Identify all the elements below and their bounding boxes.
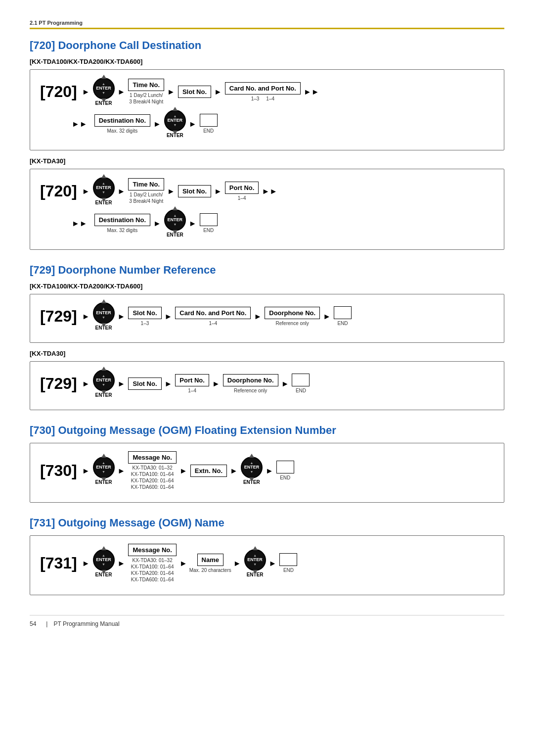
col-729-num-2: [729] [40, 375, 80, 393]
enter-button-9[interactable]: ▲ENTER▼ [93, 549, 115, 571]
diagram-720-1: [720] ► ▲ENTER▼ ENTER ► Time No. 1 Day/2… [30, 69, 504, 150]
arrow24: ► [118, 467, 126, 475]
num-720-2: [720] [40, 182, 77, 200]
footer-text: PT Programming Manual [53, 620, 119, 627]
arrow30: ► [179, 559, 187, 568]
col-end-6: END [278, 553, 298, 573]
enter-button-4[interactable]: ▲ENTER▼ [164, 209, 186, 231]
end-label-6: END [283, 567, 294, 573]
end-box-2 [200, 213, 218, 226]
end-box-3 [334, 306, 352, 319]
col-enter-5: ▲ENTER▼ ENTER [92, 302, 116, 331]
col-enter-1: ▲ENTER▼ ENTER [92, 78, 116, 106]
enter-button-10[interactable]: ▲ENTER▼ [244, 549, 266, 571]
card-port-sub-2: 1–4 [209, 320, 218, 327]
diagram-729-2: [729] ► ▲ENTER▼ ENTER ► Slot No. ► Port … [30, 361, 504, 410]
dest-no-box-1: Destination No. [94, 114, 150, 127]
extn-no-box: Extn. No. [190, 465, 227, 477]
num-729-2: [729] [40, 375, 77, 393]
arrow13: ► [82, 312, 90, 321]
enter-button-7[interactable]: ▲ENTER▼ [93, 457, 115, 478]
model-label-720-1: [KX-TDA100/KX-TDA200/KX-TDA600] [30, 58, 504, 65]
col-end-4: END [291, 374, 311, 394]
section-720: [720] Doorphone Call Destination [KX-TDA… [30, 39, 504, 250]
num-720: [720] [40, 83, 77, 101]
num-729: [729] [40, 307, 77, 326]
diagram-729-1-row1: [729] ► ▲ENTER▼ ENTER ► Slot No. 1–3 ► C… [40, 302, 494, 331]
arrow17: ► [323, 312, 331, 321]
col-enter-8: ▲ENTER▼ ENTER [240, 457, 264, 485]
end-box-5 [276, 461, 294, 473]
col-enter-6: ▲ENTER▼ ENTER [92, 370, 116, 398]
col-enter-4: ▲ENTER▼ ENTER [163, 209, 187, 237]
section-731-title: [731] Outgoing Message (OGM) Name [30, 517, 504, 529]
col-end-1: END [199, 114, 219, 134]
arrow27: ► [266, 467, 273, 475]
port-no-sub-2: 1–4 [188, 387, 196, 394]
col-end-2: END [199, 213, 219, 234]
dest-no-sub-2: Max. 32 digits [107, 227, 137, 234]
page: 2.1 PT Programming [720] Doorphone Call … [0, 0, 534, 756]
model-label-729-1: [KX-TDA100/KX-TDA200/KX-TDA600] [30, 283, 504, 290]
slot-no-box-1: Slot No. [178, 86, 211, 98]
arrow12: ► [189, 219, 197, 228]
end-label-1: END [203, 128, 214, 134]
arrow31: ► [233, 559, 241, 568]
time-no-box-2: Time No. [128, 178, 164, 190]
col-time-no-2: Time No. 1 Day/2 Lunch/3 Break/4 Night [127, 178, 165, 204]
enter-button-1[interactable]: ▲ENTER▼ [93, 78, 115, 99]
time-no-sub-2: 1 Day/2 Lunch/3 Break/4 Night [129, 191, 163, 204]
message-no-box-2: Message No. [128, 544, 176, 556]
col-port-no-1: Port No. 1–4 [224, 182, 260, 201]
arrow19: ► [118, 379, 126, 388]
port-no-box-1: Port No. [225, 182, 259, 194]
arrow9: ► [167, 187, 175, 196]
footer-page: 54 [30, 620, 36, 627]
enter-button-8[interactable]: ▲ENTER▼ [241, 457, 263, 478]
section-729-title: [729] Doorphone Number Reference [30, 264, 504, 277]
time-no-sub: 1 Day/2 Lunch/3 Break/4 Night [129, 92, 163, 105]
dest-no-box-2: Destination No. [94, 214, 150, 226]
model-label-720-2: [KX-TDA30] [30, 157, 504, 165]
diagram-730: [730] ► ▲ENTER▼ ENTER ► Message No. KX-T… [30, 443, 504, 503]
message-no-box-1: Message No. [128, 451, 176, 464]
section-729: [729] Doorphone Number Reference [KX-TDA… [30, 264, 504, 410]
arrow11: ► [153, 219, 161, 228]
section-730-title: [730] Outgoing Message (OGM) Floating Ex… [30, 424, 504, 437]
arrow22: ► [281, 379, 289, 388]
col-message-no-1: Message No. KX-TDA30: 01–32KX-TDA100: 01… [127, 451, 177, 490]
section-731: [731] Outgoing Message (OGM) Name [731] … [30, 517, 504, 595]
col-name: Name Max. 20 characters [189, 554, 231, 573]
diagram-729-2-row1: [729] ► ▲ENTER▼ ENTER ► Slot No. ► Port … [40, 370, 494, 398]
dest-no-sub-1: Max. 32 digits [107, 128, 137, 134]
diagram-731: [731] ► ▲ENTER▼ ENTER ► Message No. KX-T… [30, 535, 504, 595]
col-slot-no-4: Slot No. [127, 378, 162, 390]
col-enter-2: ▲ENTER▼ ENTER [163, 110, 187, 138]
col-time-no: Time No. 1 Day/2 Lunch/3 Break/4 Night [127, 79, 165, 105]
double-arrow-4: ►► [72, 219, 88, 228]
enter-button-6[interactable]: ▲ENTER▼ [93, 370, 115, 391]
arrow7: ► [82, 187, 90, 196]
arrow18: ► [82, 379, 90, 388]
doorphone-no-sub-2: Reference only [234, 387, 267, 394]
col-message-no-2: Message No. KX-TDA30: 01–32KX-TDA100: 01… [127, 544, 177, 583]
port-no-sub-1: 1–4 [238, 195, 246, 201]
enter-button-3[interactable]: ▲ENTER▼ [93, 177, 115, 199]
footer: 54 | PT Programming Manual [30, 615, 504, 627]
col-dest-no-2: Destination No. Max. 32 digits [93, 214, 151, 234]
diagram-729-1: [729] ► ▲ENTER▼ ENTER ► Slot No. 1–3 ► C… [30, 294, 504, 343]
section-header: 2.1 PT Programming [30, 20, 504, 29]
doorphone-no-sub-1: Reference only [276, 320, 309, 327]
col-doorphone-no-2: Doorphone No. Reference only [222, 374, 279, 394]
diagram-720-2: [720] ► ▲ENTER▼ ENTER ► Time No. 1 Day/2… [30, 169, 504, 250]
col-doorphone-no-1: Doorphone No. Reference only [264, 307, 321, 327]
arrow26: ► [230, 467, 238, 475]
section-730: [730] Outgoing Message (OGM) Floating Ex… [30, 424, 504, 503]
section-720-title: [720] Doorphone Call Destination [30, 39, 504, 52]
slot-no-sub-3: 1–3 [141, 320, 149, 327]
enter-button-5[interactable]: ▲ENTER▼ [93, 302, 115, 324]
col-extn-no: Extn. No. [189, 465, 228, 477]
col-card-port-1: Card No. and Port No. 1–3 1–4 [224, 82, 302, 102]
enter-button-2[interactable]: ▲ENTER▼ [164, 110, 186, 132]
diagram-720-1-row2: ►► Destination No. Max. 32 digits ► ▲ENT… [40, 110, 494, 138]
